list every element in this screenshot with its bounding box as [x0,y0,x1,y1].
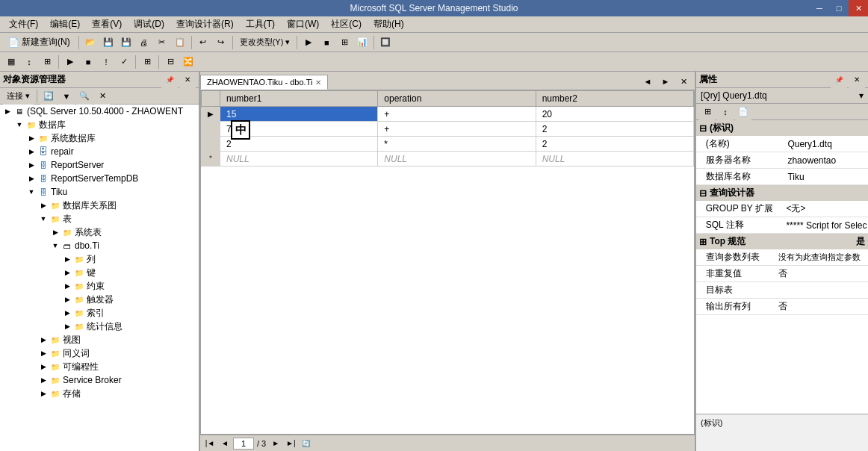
toolbar-icon-12[interactable]: 📊 [354,34,371,51]
toolbar-icon-8[interactable]: ↪ [213,34,229,51]
new-query-button[interactable]: 📄 新建查询(N) [3,34,75,51]
prop-val-params[interactable]: 没有为此查询指定参数 [774,249,868,266]
tiku-expander[interactable]: ▼ [25,186,37,198]
rstempdb-expander[interactable]: ▶ [25,172,37,184]
toolbar-icon-11[interactable]: ⊞ [336,34,353,51]
cell-3-2[interactable]: * [378,137,536,152]
prop-pin-button[interactable]: 📌 [831,72,847,88]
tree-item-tiku[interactable]: ▼ 🗄 Tiku [0,185,199,199]
toolbar-icon-5[interactable]: ✂ [154,34,170,51]
sb-expander[interactable]: ▶ [37,374,49,386]
views-expander[interactable]: ▶ [37,334,49,346]
system-db-expander[interactable]: ▶ [25,132,37,144]
tb2-icon-7[interactable]: ✓ [116,54,132,70]
databases-expander[interactable]: ▼ [13,119,25,131]
menu-help[interactable]: 帮助(H) [368,16,410,32]
panel-pin-button[interactable]: 📌 [161,72,178,88]
nav-page-input[interactable] [233,438,254,450]
prop-val-server[interactable]: zhaowentao [783,152,868,169]
tab-close-all[interactable]: ✕ [675,73,692,90]
tree-item-constraints[interactable]: ▶ 📁 约束 [0,279,199,293]
tree-item-databases[interactable]: ▼ 📁 数据库 [0,118,199,131]
tree-item-reportserver[interactable]: ▶ 🗄 ReportServer [0,158,199,172]
nav-prev-button[interactable]: ◄ [218,437,232,450]
menu-edit[interactable]: 编辑(E) [44,16,86,32]
cell-2-1[interactable]: 78 中 [220,122,378,137]
prop-val-groupby[interactable]: <无> [781,201,868,217]
storage-expander[interactable]: ▶ [37,388,49,399]
nav-next-button[interactable]: ► [269,437,282,450]
menu-file[interactable]: 文件(F) [3,16,44,32]
tree-item-storage[interactable]: ▶ 📁 存储 [0,387,199,400]
keys-expander[interactable]: ▶ [61,267,73,279]
menu-debug[interactable]: 调试(D) [128,16,170,32]
prop-val-name[interactable]: Query1.dtq [783,136,868,152]
tree-item-programmability[interactable]: ▶ 📁 可编程性 [0,360,199,373]
cell-4-3[interactable]: NULL [536,152,693,167]
tree-item-views[interactable]: ▶ 📁 视图 [0,333,199,346]
tb2-icon-6[interactable]: ! [98,54,114,70]
system-tables-expander[interactable]: ▶ [49,226,61,238]
tree-item-columns[interactable]: ▶ 📁 列 [0,252,199,266]
tree-item-tables[interactable]: ▼ 📁 表 [0,212,199,226]
tb2-icon-8[interactable]: ⊞ [139,54,155,70]
diagrams-expander[interactable]: ▶ [37,199,49,211]
prop-pages-btn[interactable]: 📄 [735,104,751,120]
server-expander[interactable]: ▶ [1,105,13,117]
synonyms-expander[interactable]: ▶ [37,347,49,359]
cell-1-1[interactable]: 15 [220,107,378,122]
toolbar-icon-3[interactable]: 💾 [118,34,134,51]
minimize-button[interactable]: ─ [810,0,829,16]
tree-item-reportservertempdb[interactable]: ▶ 🗄 ReportServerTempDB [0,172,199,185]
oe-refresh-button[interactable]: 🔄 [40,88,57,105]
tab-close-button[interactable]: ✕ [315,78,321,87]
menu-community[interactable]: 社区(C) [325,16,368,32]
cell-1-3[interactable]: 20 [536,107,693,122]
panel-close-button[interactable]: ✕ [179,72,196,88]
tree-item-repair[interactable]: ▶ 🗄 repair [0,145,199,158]
toolbar-icon-7[interactable]: ↩ [195,34,211,51]
dbo-ti-expander[interactable]: ▼ [49,240,61,252]
toolbar-icon-4[interactable]: 🖨 [136,34,152,51]
tree-item-triggers[interactable]: ▶ 📁 触发器 [0,293,199,306]
prop-section-query-designer[interactable]: ⊟ 查询设计器 [696,185,868,201]
maximize-button[interactable]: □ [829,0,849,16]
tree-item-synonyms[interactable]: ▶ 📁 同义词 [0,346,199,360]
prop-val-distinct[interactable]: 否 [774,266,868,282]
columns-expander[interactable]: ▶ [61,253,73,265]
toolbar-icon-1[interactable]: 📂 [82,34,99,51]
prop-section-identity[interactable]: ⊟ (标识) [696,120,868,136]
nav-last-button[interactable]: ►| [284,437,297,450]
repair-expander[interactable]: ▶ [25,146,37,158]
menu-window[interactable]: 窗口(W) [281,16,325,32]
prop-close-button[interactable]: ✕ [849,72,865,88]
tree-item-keys[interactable]: ▶ 📁 键 [0,266,199,279]
nav-refresh-button[interactable]: 🔄 [299,437,312,450]
prop-val-target-table[interactable] [774,282,868,299]
col-number1[interactable]: number1 [220,91,378,107]
menu-tools[interactable]: 工具(T) [240,16,281,32]
connect-button[interactable]: 连接 ▾ [3,88,34,105]
cell-3-3[interactable]: 2 [536,137,693,152]
tree-item-diagrams[interactable]: ▶ 📁 数据库关系图 [0,199,199,212]
cell-2-3[interactable]: 2 [536,122,693,137]
tb2-icon-2[interactable]: ↕ [21,54,37,70]
tb2-icon-5[interactable]: ■ [80,54,96,70]
tb2-icon-4[interactable]: ▶ [62,54,78,70]
prop-alphabetical-btn[interactable]: ↕ [717,104,734,120]
cell-1-2[interactable]: + [378,107,536,122]
rs-expander[interactable]: ▶ [25,159,37,171]
toolbar-icon-6[interactable]: 📋 [172,34,188,51]
tree-item-statistics[interactable]: ▶ 📁 统计信息 [0,320,199,333]
prop-section-top[interactable]: ⊞ Top 规范 是 [696,234,868,249]
tree-item-server[interactable]: ▶ 🖥 (SQL Server 10.50.4000 - ZHAOWENT [0,105,199,118]
statistics-expander[interactable]: ▶ [61,320,73,332]
property-selector[interactable]: [Qry] Query1.dtq ▾ [696,88,868,104]
close-button[interactable]: ✕ [849,0,868,16]
cell-4-2[interactable]: NULL [378,152,536,167]
tables-expander[interactable]: ▼ [37,213,49,225]
indexes-expander[interactable]: ▶ [61,307,73,319]
menu-query-designer[interactable]: 查询设计器(R) [170,16,240,32]
prog-expander[interactable]: ▶ [37,361,49,373]
oe-search-button[interactable]: 🔍 [76,88,93,105]
